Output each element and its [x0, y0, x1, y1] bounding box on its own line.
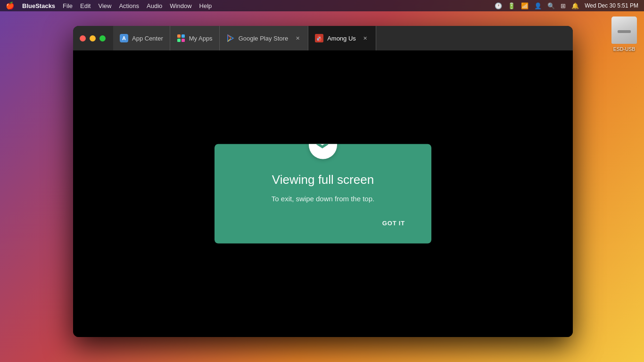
notification-icon[interactable]: 🔔 [571, 2, 579, 9]
menubar-edit[interactable]: Edit [80, 2, 91, 9]
tab-app-center-label: App Center [132, 35, 163, 42]
tab-my-apps[interactable]: My Apps [170, 26, 220, 50]
fullscreen-title: Viewing full screen [233, 173, 413, 187]
svg-point-8 [319, 37, 321, 39]
fullscreen-subtitle: To exit, swipe down from the top. [233, 195, 413, 203]
menubar-right: 🕐 🔋 📶 👤 🔍 ⊞ 🔔 Wed Dec 30 5:51 PM [495, 2, 638, 9]
svg-rect-1 [182, 34, 185, 38]
svg-rect-3 [182, 39, 185, 42]
menubar-left: 🍎 BlueStacks File Edit View Actions Audi… [6, 1, 212, 10]
window-titlebar: A App Center My Apps [73, 26, 573, 50]
wifi-icon: 📶 [521, 2, 528, 9]
clock-tray-icon: 🕐 [495, 2, 502, 9]
got-it-button[interactable]: GOT IT [379, 218, 409, 229]
tab-among-us[interactable]: Among Us ✕ [308, 26, 376, 50]
svg-rect-2 [177, 39, 181, 42]
apple-menu[interactable]: 🍎 [6, 1, 15, 10]
play-store-icon [226, 34, 235, 42]
window-maximize-button[interactable] [99, 35, 106, 41]
among-us-icon [315, 34, 323, 42]
esd-usb-icon[interactable]: ESD-USB [611, 16, 637, 52]
menubar-actions[interactable]: Actions [119, 2, 139, 9]
bluestacks-window: A App Center My Apps [73, 26, 573, 337]
tab-google-play-label: Google Play Store [239, 35, 289, 42]
window-content: ❯ Viewing full screen To exit, swipe dow… [73, 50, 573, 337]
fullscreen-body: Viewing full screen To exit, swipe down … [215, 159, 431, 244]
my-apps-icon [177, 34, 185, 42]
window-minimize-button[interactable] [90, 35, 96, 41]
svg-rect-7 [317, 38, 319, 41]
tab-among-us-close[interactable]: ✕ [362, 34, 369, 42]
chevron-container: ❯ [309, 144, 337, 159]
menubar-datetime: Wed Dec 30 5:51 PM [585, 2, 638, 9]
menubar-file[interactable]: File [63, 2, 73, 9]
battery-icon: 🔋 [508, 2, 515, 9]
toggle-icon[interactable]: ⊞ [561, 2, 566, 9]
usb-drive-slot [618, 30, 631, 33]
usb-drive-label: ESD-USB [613, 46, 636, 52]
chevron-circle: ❯ [309, 144, 337, 159]
menubar: 🍎 BlueStacks File Edit View Actions Audi… [0, 0, 644, 11]
menubar-audio[interactable]: Audio [147, 2, 162, 9]
window-close-button[interactable] [80, 35, 86, 41]
tab-google-play-close[interactable]: ✕ [294, 34, 301, 42]
chevron-down-icon: ❯ [317, 144, 329, 150]
fullscreen-notification: ❯ Viewing full screen To exit, swipe dow… [215, 144, 431, 244]
menubar-app-name[interactable]: BlueStacks [22, 2, 55, 9]
usb-drive-body [611, 16, 637, 44]
search-icon[interactable]: 🔍 [547, 2, 555, 9]
tab-among-us-label: Among Us [327, 35, 356, 42]
tabs-container: A App Center My Apps [113, 26, 566, 50]
window-controls [80, 35, 106, 41]
user-icon: 👤 [534, 2, 542, 9]
svg-rect-0 [177, 34, 181, 38]
tab-google-play[interactable]: Google Play Store ✕ [220, 26, 309, 50]
menubar-help[interactable]: Help [199, 2, 212, 9]
tab-app-center[interactable]: A App Center [113, 26, 170, 50]
tab-my-apps-label: My Apps [189, 35, 213, 42]
app-center-icon: A [120, 34, 128, 42]
menubar-view[interactable]: View [98, 2, 111, 9]
fullscreen-gotit-container: GOT IT [233, 218, 413, 229]
menubar-window[interactable]: Window [170, 2, 191, 9]
